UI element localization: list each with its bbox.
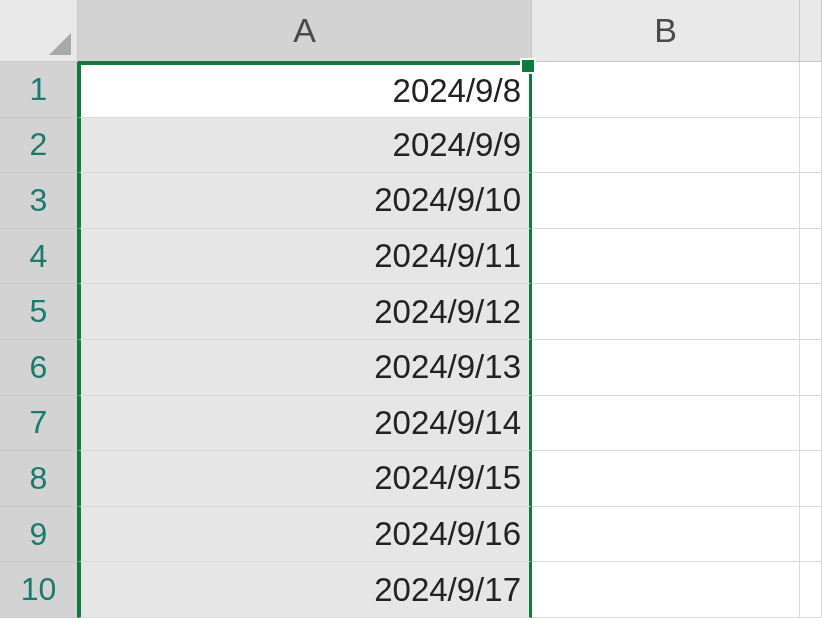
- cell-C1[interactable]: [800, 62, 822, 118]
- spreadsheet-grid[interactable]: A B 1 2024/9/8 2 2024/9/9 3 2024/9/10 4 …: [0, 0, 822, 618]
- cell-value: 2024/9/12: [374, 293, 521, 331]
- row-header-8[interactable]: 8: [0, 451, 78, 507]
- cell-A5[interactable]: 2024/9/12: [78, 284, 532, 340]
- column-header-B[interactable]: B: [532, 0, 800, 62]
- row-header-9[interactable]: 9: [0, 507, 78, 563]
- row-header-6[interactable]: 6: [0, 340, 78, 396]
- cell-A8[interactable]: 2024/9/15: [78, 451, 532, 507]
- cell-C4[interactable]: [800, 229, 822, 285]
- row-header-7[interactable]: 7: [0, 396, 78, 452]
- cell-value: 2024/9/8: [393, 72, 521, 110]
- cell-value: 2024/9/9: [393, 126, 521, 164]
- cell-value: 2024/9/11: [374, 237, 521, 275]
- cell-B6[interactable]: [532, 340, 800, 396]
- cell-C8[interactable]: [800, 451, 822, 507]
- cell-B7[interactable]: [532, 396, 800, 452]
- cell-value: 2024/9/14: [374, 404, 521, 442]
- cell-value: 2024/9/16: [374, 515, 521, 553]
- cell-B8[interactable]: [532, 451, 800, 507]
- row-header-2[interactable]: 2: [0, 118, 78, 174]
- fill-handle[interactable]: [520, 58, 536, 74]
- cell-A4[interactable]: 2024/9/11: [78, 229, 532, 285]
- cell-C10[interactable]: [800, 562, 822, 618]
- cell-A1[interactable]: 2024/9/8: [78, 62, 532, 118]
- cell-A7[interactable]: 2024/9/14: [78, 396, 532, 452]
- cell-C6[interactable]: [800, 340, 822, 396]
- cell-value: 2024/9/17: [374, 571, 521, 609]
- cell-A3[interactable]: 2024/9/10: [78, 173, 532, 229]
- cell-B10[interactable]: [532, 562, 800, 618]
- cell-B2[interactable]: [532, 118, 800, 174]
- cell-value: 2024/9/15: [374, 459, 521, 497]
- cell-B4[interactable]: [532, 229, 800, 285]
- column-header-C-partial[interactable]: [800, 0, 822, 62]
- cell-B1[interactable]: [532, 62, 800, 118]
- row-header-3[interactable]: 3: [0, 173, 78, 229]
- cell-C3[interactable]: [800, 173, 822, 229]
- cell-B9[interactable]: [532, 507, 800, 563]
- cell-A9[interactable]: 2024/9/16: [78, 507, 532, 563]
- cell-A6[interactable]: 2024/9/13: [78, 340, 532, 396]
- cell-B5[interactable]: [532, 284, 800, 340]
- cell-A2[interactable]: 2024/9/9: [78, 118, 532, 174]
- cell-C5[interactable]: [800, 284, 822, 340]
- cell-C9[interactable]: [800, 507, 822, 563]
- cell-B3[interactable]: [532, 173, 800, 229]
- cell-A10[interactable]: 2024/9/17: [78, 562, 532, 618]
- row-header-1[interactable]: 1: [0, 62, 78, 118]
- cell-value: 2024/9/10: [374, 181, 521, 219]
- cell-value: 2024/9/13: [374, 348, 521, 386]
- column-header-A[interactable]: A: [78, 0, 532, 62]
- row-header-4[interactable]: 4: [0, 229, 78, 285]
- row-header-5[interactable]: 5: [0, 284, 78, 340]
- cell-C2[interactable]: [800, 118, 822, 174]
- cell-C7[interactable]: [800, 396, 822, 452]
- row-header-10[interactable]: 10: [0, 562, 78, 618]
- select-all-corner[interactable]: [0, 0, 78, 62]
